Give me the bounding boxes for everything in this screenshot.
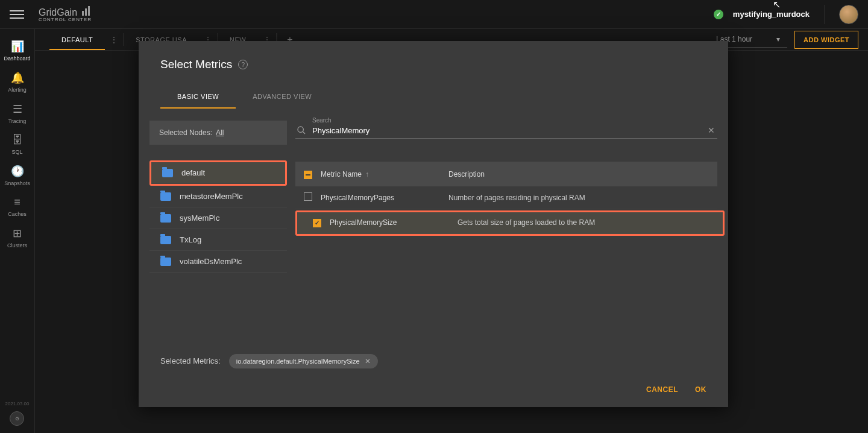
add-widget-button[interactable]: ADD WIDGET [794, 31, 858, 49]
divider [824, 5, 825, 24]
sidebar: 📊 Dashboard 🔔 Alerting ☰ Tracing 🗄 SQL 🕐… [0, 29, 35, 433]
chip-label: io.dataregion.default.PhysicalMemorySize [236, 358, 360, 365]
dialog-title: Select Metrics ? [160, 58, 706, 71]
folder-default[interactable]: default [151, 162, 285, 184]
col-description[interactable]: Description [448, 170, 709, 179]
logo-text: GridGain [39, 7, 77, 17]
logo-bars [82, 6, 90, 16]
chip-remove-icon[interactable]: ✕ [365, 357, 371, 365]
avatar[interactable] [839, 5, 858, 24]
table-header: Metric Name ↑ Description [295, 162, 717, 186]
folder-volatiledsmemplc[interactable]: volatileDsMemPlc [149, 251, 287, 273]
folder-label: metastoreMemPlc [180, 192, 243, 201]
sidebar-item-caches[interactable]: ≡ Caches [0, 190, 34, 221]
tab-basic-view[interactable]: BASIC VIEW [160, 86, 236, 109]
highlight-default-folder: default [149, 160, 287, 186]
sidebar-item-dashboard[interactable]: 📊 Dashboard [0, 34, 34, 65]
folder-sysmemplc[interactable]: sysMemPlc [149, 207, 287, 229]
chart-icon: 📊 [11, 40, 24, 53]
search-label: Search [312, 117, 717, 124]
cancel-button[interactable]: CANCEL [646, 385, 678, 394]
selected-nodes: Selected Nodes: All [149, 121, 287, 145]
folder-icon [162, 169, 173, 177]
folder-label: default [181, 168, 205, 177]
folder-label: volatileDsMemPlc [180, 257, 242, 266]
help-icon[interactable]: ? [238, 60, 248, 69]
checkbox-all[interactable] [304, 171, 312, 179]
chevron-down-icon: ▾ [776, 35, 780, 43]
sidebar-item-alerting[interactable]: 🔔 Alerting [0, 65, 34, 96]
menu-icon[interactable] [10, 7, 24, 22]
col-label: Metric Name [321, 170, 362, 179]
svg-line-1 [303, 131, 305, 134]
tab-advanced-view[interactable]: ADVANCED VIEW [236, 86, 329, 109]
tab-menu-icon[interactable]: ⋮ [105, 35, 123, 45]
metric-chip: io.dataregion.default.PhysicalMemorySize… [229, 354, 378, 368]
folder-txlog[interactable]: TxLog [149, 229, 287, 251]
tab-default[interactable]: DEFAULT [49, 29, 105, 50]
search-input[interactable] [312, 126, 717, 135]
sidebar-item-clusters[interactable]: ⊞ Clusters [0, 221, 34, 252]
badge-icon[interactable]: ⚙ [10, 411, 24, 426]
grid-icon: ⊞ [13, 227, 22, 240]
clock-icon: 🕐 [11, 165, 24, 178]
folder-list: default metastoreMemPlc sysMemPlc TxLog [149, 160, 287, 273]
sidebar-item-label: Tracing [8, 118, 27, 124]
sidebar-item-label: Caches [8, 211, 27, 217]
sort-asc-icon: ↑ [365, 170, 369, 179]
highlight-selected-row: PhysicalMemorySize Gets total size of pa… [295, 210, 725, 236]
sidebar-item-label: Clusters [7, 242, 27, 248]
metric-name: PhysicalMemorySize [330, 218, 458, 227]
selected-nodes-all-link[interactable]: All [216, 128, 224, 137]
sidebar-item-snapshots[interactable]: 🕐 Snapshots [0, 159, 34, 190]
folder-icon [160, 192, 171, 201]
select-metrics-dialog: Select Metrics ? BASIC VIEW ADVANCED VIE… [139, 41, 728, 407]
ok-button[interactable]: OK [695, 385, 706, 394]
sidebar-item-label: SQL [11, 149, 22, 155]
sidebar-item-label: Snapshots [4, 180, 30, 186]
status-ok-icon [714, 10, 723, 19]
database-icon: 🗄 [12, 134, 23, 147]
logo: GridGain CONTROL CENTER [39, 6, 92, 22]
folder-label: TxLog [180, 235, 201, 244]
folder-icon [160, 236, 171, 244]
version: 2021.03.00 [5, 401, 29, 406]
list-icon: ☰ [13, 103, 22, 116]
selected-metrics: Selected Metrics: io.dataregion.default.… [139, 340, 728, 368]
tab-label: DEFAULT [61, 36, 93, 43]
sidebar-item-label: Alerting [8, 87, 27, 93]
username[interactable]: mystifying_murdock [733, 10, 810, 19]
selected-nodes-label: Selected Nodes: [159, 128, 212, 137]
folder-icon [160, 258, 171, 266]
metric-name: PhysicalMemoryPages [321, 194, 448, 202]
selected-metrics-label: Selected Metrics: [160, 356, 221, 365]
clear-icon[interactable]: ✕ [708, 125, 715, 135]
metric-desc: Gets total size of pages loaded to the R… [458, 218, 714, 227]
sidebar-item-sql[interactable]: 🗄 SQL [0, 128, 34, 159]
svg-point-0 [298, 127, 303, 132]
checkbox[interactable] [304, 192, 312, 201]
checkbox[interactable] [313, 219, 321, 227]
sidebar-item-label: Dashboard [4, 55, 30, 62]
logo-subtitle: CONTROL CENTER [39, 17, 92, 22]
stack-icon: ≡ [14, 196, 20, 209]
folder-icon [160, 214, 171, 223]
folder-label: sysMemPlc [180, 213, 219, 223]
table-row[interactable]: PhysicalMemoryPages Number of pages resi… [295, 186, 717, 209]
metrics-table: Metric Name ↑ Description PhysicalMemory… [295, 162, 717, 340]
search-icon [297, 125, 306, 137]
bell-icon: 🔔 [11, 71, 24, 84]
metric-desc: Number of pages residing in physical RAM [448, 194, 709, 202]
sidebar-item-tracing[interactable]: ☰ Tracing [0, 96, 34, 128]
table-row[interactable]: PhysicalMemorySize Gets total size of pa… [297, 212, 723, 234]
dialog-title-text: Select Metrics [160, 58, 232, 71]
search-box: Search ✕ [295, 117, 717, 139]
folder-metastorememplc[interactable]: metastoreMemPlc [149, 186, 287, 207]
col-metric-name[interactable]: Metric Name ↑ [321, 170, 448, 179]
